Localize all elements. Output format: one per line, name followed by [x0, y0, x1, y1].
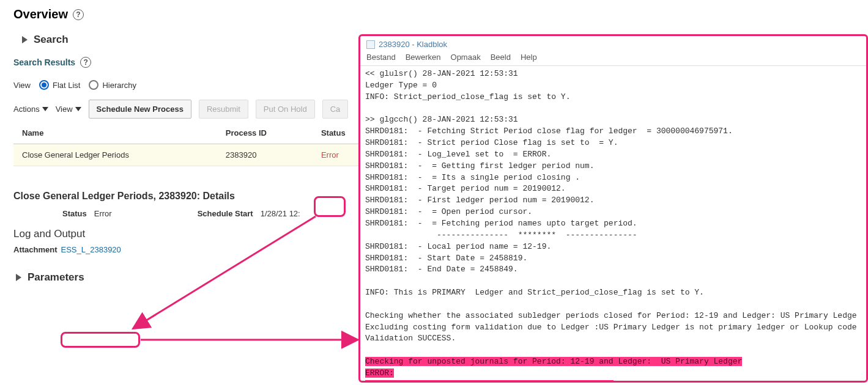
notepad-title-text: 2383920 - Kladblok — [379, 40, 447, 49]
notepad-body[interactable]: << glulsr() 28-JAN-2021 12:53:31 Ledger … — [360, 66, 866, 383]
page-title-text: Overview — [13, 7, 68, 21]
menu-view[interactable]: Beeld — [491, 53, 511, 62]
status-badge[interactable]: Error — [321, 150, 339, 160]
radio-icon — [89, 80, 98, 90]
log-text-plain: << glulsr() 28-JAN-2021 12:53:31 Ledger … — [365, 69, 857, 343]
search-label: Search — [34, 34, 69, 46]
cell-name: Close General Ledger Periods — [13, 144, 217, 166]
cancel-button: Ca — [322, 100, 349, 119]
notepad-titlebar[interactable]: 2383920 - Kladblok — [360, 36, 866, 53]
menu-edit[interactable]: Bewerken — [406, 53, 441, 62]
put-on-hold-button: Put On Hold — [256, 100, 315, 119]
attachment-label: Attachment — [13, 245, 57, 254]
schedule-new-process-button[interactable]: Schedule New Process — [89, 100, 191, 119]
actions-menu[interactable]: Actions — [13, 105, 48, 114]
callout-highlight-attachment — [61, 332, 140, 348]
resubmit-button: Resubmit — [199, 100, 248, 119]
radio-hierarchy[interactable]: Hierarchy — [89, 80, 136, 90]
notepad-window: 2383920 - Kladblok Bestand Bewerken Opma… — [358, 34, 868, 383]
table-row[interactable]: Close General Ledger Periods 2383920 Err… — [13, 144, 380, 166]
radio-flat-label: Flat List — [53, 81, 81, 90]
help-icon[interactable]: ? — [73, 9, 84, 20]
log-text-highlight: Checking for unposted journals for Perio… — [365, 357, 742, 383]
chevron-right-icon — [16, 274, 21, 281]
page-title: Overview ? — [13, 7, 855, 21]
notepad-menubar: Bestand Bewerken Opmaak Beeld Help — [360, 53, 866, 66]
view-menu-label: View — [56, 105, 73, 114]
schedule-start-value: 1/28/21 12: — [261, 209, 300, 218]
results-table: Name Process ID Status Close General Led… — [13, 122, 380, 166]
search-results-label: Search Results — [13, 57, 75, 67]
parameters-label: Parameters — [28, 271, 84, 284]
menu-file[interactable]: Bestand — [366, 53, 396, 62]
radio-icon — [39, 80, 49, 90]
chevron-down-icon — [42, 107, 48, 111]
view-label: View — [13, 81, 31, 90]
attachment-link[interactable]: ESS_L_2383920 — [61, 245, 121, 254]
menu-format[interactable]: Opmaak — [451, 53, 481, 62]
cell-process-id: 2383920 — [217, 144, 313, 166]
view-menu[interactable]: View — [56, 105, 81, 114]
radio-flat-list[interactable]: Flat List — [39, 80, 81, 90]
status-value: Error — [94, 209, 112, 218]
status-label: Status — [62, 209, 87, 218]
col-process-id: Process ID — [217, 122, 313, 144]
schedule-start-label: Schedule Start — [198, 209, 253, 218]
notepad-icon — [366, 40, 375, 49]
chevron-down-icon — [75, 107, 81, 111]
radio-hierarchy-label: Hierarchy — [102, 81, 136, 90]
menu-help[interactable]: Help — [521, 53, 537, 62]
col-name: Name — [13, 122, 217, 144]
chevron-right-icon — [22, 36, 28, 43]
help-icon[interactable]: ? — [80, 57, 91, 68]
actions-label: Actions — [13, 105, 40, 114]
